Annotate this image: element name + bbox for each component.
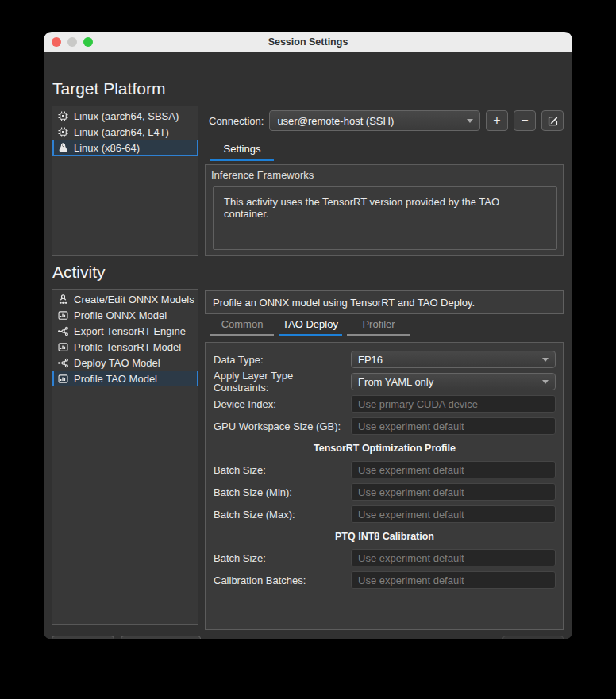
network-icon [57,325,69,337]
cancel-button[interactable]: Cancel [52,636,114,639]
batch-size-max-input[interactable] [351,505,556,523]
form-row: Device Index: [214,393,556,415]
chart-icon [57,341,69,353]
form-row: Batch Size (Min): [214,481,556,503]
trt-batch-size-input[interactable] [351,461,556,478]
chevron-down-icon [542,380,549,384]
edit-icon [547,115,559,127]
remove-connection-button[interactable]: − [514,110,536,131]
session-settings-dialog: Session Settings Target Platform Linux (… [44,32,572,639]
tab-tao-deploy[interactable]: TAO Deploy [279,317,342,336]
chevron-down-icon [542,358,549,362]
batch-size-min-input[interactable] [351,483,556,501]
activity-description: Profile an ONNX model using TensorRT and… [205,290,564,314]
form-row: Batch Size: [214,547,556,569]
field-label: Batch Size (Min): [214,486,292,498]
connection-select[interactable]: user@remote-host (SSH) [269,110,480,131]
edit-connection-button[interactable] [541,110,564,131]
activity-list: Create/Edit ONNX Models Profile ONNX Mod… [52,289,198,625]
field-label: Calibration Batches: [214,574,306,586]
chip-icon [57,110,69,122]
form-row: Batch Size: [214,459,556,481]
list-item[interactable]: Profile TAO Model [52,371,198,386]
inference-frameworks-message: This activity uses the TensorRT version … [213,186,557,250]
dialog-body: Target Platform Linux (aarch64, SBSA) Li… [44,52,572,639]
connection-select-value: user@remote-host (SSH) [277,115,394,127]
list-item[interactable]: Create/Edit ONNX Models [52,291,198,307]
chevron-down-icon [467,119,473,123]
layer-constraints-select[interactable]: From YAML only [351,373,556,390]
window-controls [52,37,93,47]
window-title: Session Settings [268,36,348,48]
section-header-ptq-int8: PTQ INT8 Calibration [214,525,556,547]
group-label: Inference Frameworks [211,169,563,181]
field-label: Batch Size: [214,464,266,476]
field-label: Batch Size (Max): [214,509,295,520]
section-header-trt-optimization: TensorRT Optimization Profile [214,437,556,459]
field-label: GPU Workspace Size (GB): [214,421,341,432]
titlebar: Session Settings [44,32,572,52]
form-row: Batch Size (Max): [214,503,556,525]
reset-activity-button[interactable]: Reset Activity [121,636,201,639]
list-item[interactable]: Linux (x86-64) [52,140,198,156]
list-item[interactable]: Deploy TAO Model [52,355,198,371]
target-platform-heading: Target Platform [52,77,165,101]
field-label: Data Type: [214,354,264,366]
minimize-button [67,37,77,47]
tab-settings[interactable]: Settings [210,142,274,161]
form-row: Data Type: FP16 [214,348,556,371]
field-label: Device Index: [214,398,276,410]
device-index-input[interactable] [351,395,556,413]
zoom-button[interactable] [83,37,93,47]
list-item[interactable]: Linux (aarch64, SBSA) [52,108,198,124]
tux-icon [57,142,69,154]
tab-common[interactable]: Common [210,317,274,336]
activity-tabbar: Common TAO Deploy Profiler [210,317,410,336]
list-item[interactable]: Profile ONNX Model [52,307,198,323]
gpu-workspace-size-input[interactable] [351,417,556,435]
chip-icon [57,126,69,138]
close-button[interactable] [52,37,61,47]
calibration-batches-input[interactable] [351,571,556,589]
platform-list: Linux (aarch64, SBSA) Linux (aarch64, L4… [52,106,198,256]
data-type-select[interactable]: FP16 [351,351,556,368]
activity-heading: Activity [52,260,106,284]
list-item[interactable]: Profile TensorRT Model [52,339,198,355]
network-icon [57,357,69,369]
list-item[interactable]: Linux (aarch64, L4T) [52,124,198,140]
tao-deploy-form: Data Type: FP16 Apply Layer Type Constra… [205,342,564,630]
inference-frameworks-group: Inference Frameworks This activity uses … [205,164,564,256]
ptq-batch-size-input[interactable] [351,549,556,566]
connection-label: Connection: [209,115,264,127]
chart-icon [57,373,69,385]
connection-row: Connection: user@remote-host (SSH) + − [205,109,564,132]
form-row: GPU Workspace Size (GB): [214,415,556,437]
chart-icon [57,309,69,321]
tab-profiler[interactable]: Profiler [347,317,410,336]
field-label: Apply Layer Type Constraints: [214,370,351,394]
settings-tabbar: Settings [210,142,274,161]
list-item[interactable]: Export TensorRT Engine [52,323,198,339]
field-label: Batch Size: [214,552,266,564]
form-row: Calibration Batches: [214,569,556,591]
launch-button: Launch [502,636,564,639]
form-row: Apply Layer Type Constraints: From YAML … [214,371,556,393]
add-connection-button[interactable]: + [486,110,508,131]
person-network-icon [57,294,69,305]
